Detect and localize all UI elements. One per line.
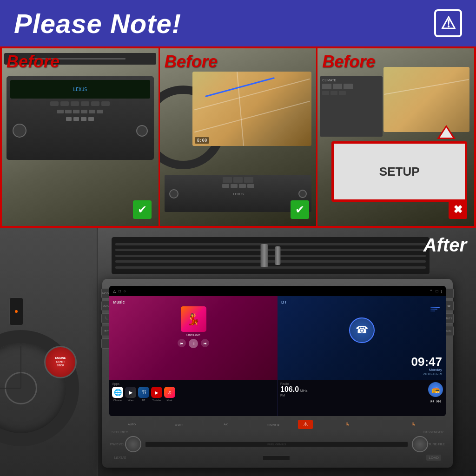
hazard-button[interactable]: ⚠ bbox=[298, 420, 313, 429]
passenger-label: PASSENGER bbox=[423, 430, 443, 434]
before-section: Before LEXUS bbox=[0, 46, 476, 228]
youtube-app[interactable]: ▶ Youtube bbox=[151, 387, 162, 402]
compatible-checkmark-1: ✔ bbox=[133, 200, 152, 219]
chrome-app[interactable]: 🌐 Chrome bbox=[112, 387, 123, 402]
pwr-vol-label: PWR·VOL bbox=[110, 443, 125, 446]
apps-section: Apps 🌐 Chrome ▶ Video bbox=[109, 380, 278, 416]
before-label-1: Before bbox=[7, 52, 60, 72]
music-label: Music bbox=[113, 300, 274, 304]
music-app[interactable]: ♫ Music bbox=[164, 387, 175, 402]
bt-app[interactable]: ℬ BT bbox=[138, 387, 149, 402]
radio-unit: MHz bbox=[300, 389, 307, 393]
off-button[interactable]: ⊞ OFF bbox=[156, 420, 201, 429]
before-panel-2: Before 8:00 bbox=[160, 48, 318, 226]
after-section: After ENGINESTARTSTOP bbox=[0, 228, 476, 476]
clock-date: 2018-10-15 bbox=[281, 372, 442, 376]
front-button[interactable]: FRONT ⊕ bbox=[251, 420, 296, 429]
radio-prev[interactable]: ⏮ bbox=[430, 398, 435, 403]
seat2-button[interactable]: 🪑 bbox=[382, 420, 446, 429]
android-screen: △□○ ⌃□) Music bbox=[109, 286, 446, 416]
next-button[interactable]: ⏭ bbox=[201, 339, 209, 347]
security-label: SECURITY bbox=[112, 430, 128, 434]
after-label: After bbox=[423, 235, 467, 256]
radio-icon[interactable]: 📻 bbox=[428, 382, 443, 397]
music-artist: OnelLove bbox=[113, 333, 274, 337]
before-panel-1: Before LEXUS bbox=[2, 48, 160, 226]
radio-section: Radio 106.0 MHz FM 📻 bbox=[278, 380, 446, 416]
start-stop-button[interactable]: ENGINESTARTSTOP bbox=[44, 346, 77, 378]
volume-knob[interactable] bbox=[125, 436, 141, 452]
music-panel: Music 💃 OnelLove ⏮ ⏸ ⏭ bbox=[109, 296, 278, 380]
incompatible-xmark: ✖ bbox=[449, 200, 467, 219]
bt-label: BT bbox=[281, 300, 442, 304]
warning-icon: ⚠ bbox=[434, 9, 462, 37]
bt-clock-panel: BT ☎ bbox=[278, 296, 446, 380]
tune-file-label: TUNE·FILE bbox=[428, 443, 445, 446]
radio-next[interactable]: ⏭ bbox=[436, 398, 441, 403]
cd-slot bbox=[262, 456, 290, 460]
clock-time: 09:47 bbox=[281, 356, 442, 368]
prev-button[interactable]: ⏮ bbox=[178, 339, 186, 347]
before-label-2: Before bbox=[165, 52, 218, 72]
auto-button[interactable]: AUTO bbox=[109, 420, 154, 429]
radio-title: Radio bbox=[280, 382, 308, 385]
before-label-3: Before bbox=[322, 52, 375, 72]
header: Please Note! ⚠ bbox=[0, 0, 476, 46]
tune-knob[interactable] bbox=[412, 436, 428, 452]
radio-band: FM bbox=[280, 394, 308, 397]
seat1-button[interactable]: 🪑 bbox=[315, 420, 379, 429]
apps-title: Apps bbox=[112, 382, 274, 385]
load-button[interactable]: LOAD bbox=[426, 455, 441, 461]
video-app[interactable]: ▶ Video bbox=[125, 387, 136, 402]
play-pause-button[interactable]: ⏸ bbox=[189, 339, 198, 348]
before-panel-3: Before CLIMATE bbox=[317, 48, 474, 226]
page-title: Please Note! bbox=[14, 8, 181, 39]
radio-frequency: 106.0 bbox=[280, 385, 299, 394]
compatible-checkmark-2: ✔ bbox=[291, 200, 309, 219]
ac-button[interactable]: A/C bbox=[204, 420, 249, 429]
